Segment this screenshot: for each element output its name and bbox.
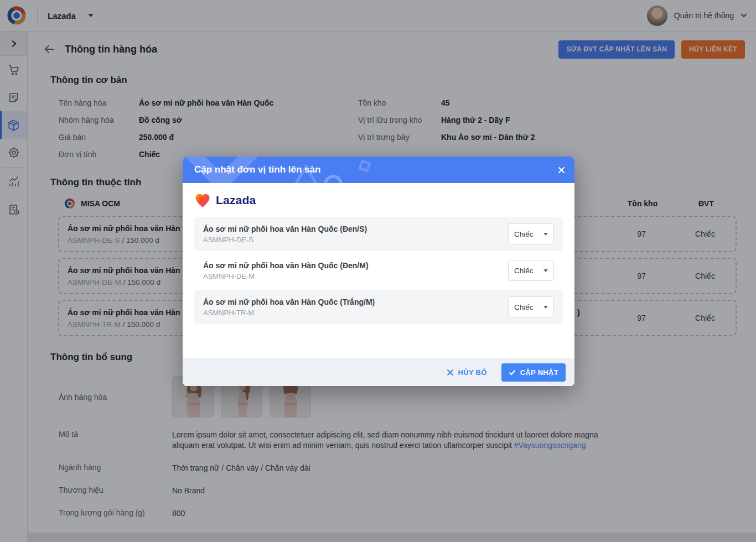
modal-body: Lazada Áo sơ mi nữ phối hoa văn Hàn Quốc…	[183, 183, 574, 324]
item-sku: ASMNPH-DE-S	[203, 236, 508, 244]
unit-select[interactable]: Chiếc	[508, 260, 554, 281]
item-name: Áo sơ mi nữ phối hoa văn Hàn Quốc (Trắng…	[203, 298, 508, 306]
unit-select[interactable]: Chiếc	[508, 223, 554, 244]
cancel-x-icon	[447, 369, 454, 376]
caret-down-icon	[543, 269, 548, 272]
modal-list-item: Áo sơ mi nữ phối hoa văn Hàn Quốc (Trắng…	[194, 290, 563, 324]
check-icon	[509, 369, 516, 376]
lazada-wordmark: Lazada	[216, 194, 256, 207]
lazada-heart-icon	[194, 192, 211, 208]
cancel-label: HỦY BỎ	[458, 368, 487, 377]
modal-close-button[interactable]	[555, 163, 568, 176]
item-sku: ASMNPH-DE-M	[203, 272, 508, 280]
item-name: Áo sơ mi nữ phối hoa văn Hàn Quốc (Đen/M…	[203, 261, 508, 270]
submit-button[interactable]: CẬP NHẬT	[501, 363, 566, 382]
item-name: Áo sơ mi nữ phối hoa văn Hàn Quốc (Đen/S…	[203, 225, 508, 233]
platform-brand: Lazada	[194, 183, 563, 217]
close-icon	[558, 166, 565, 174]
decorative-diamond	[356, 158, 373, 174]
update-unit-modal: Cập nhật đơn vị tính lên sàn	[183, 157, 574, 386]
modal-list-item: Áo sơ mi nữ phối hoa văn Hàn Quốc (Đen/M…	[194, 253, 563, 288]
modal-title: Cập nhật đơn vị tính lên sàn	[194, 164, 320, 175]
modal-footer: HỦY BỎ CẬP NHẬT	[183, 358, 574, 386]
unit-select-value: Chiếc	[514, 267, 534, 275]
modal-header: Cập nhật đơn vị tính lên sàn	[183, 157, 574, 183]
caret-down-icon	[543, 306, 548, 309]
unit-select-value: Chiếc	[514, 230, 534, 238]
caret-down-icon	[543, 233, 548, 236]
unit-select-value: Chiếc	[514, 303, 534, 311]
modal-list-item: Áo sơ mi nữ phối hoa văn Hàn Quốc (Đen/S…	[194, 217, 563, 251]
item-sku: ASMNPH-TR-M	[203, 309, 508, 317]
decorative-circle	[322, 174, 344, 183]
screen: Lazada Quản trị hệ thống	[0, 0, 756, 542]
unit-select[interactable]: Chiếc	[508, 296, 554, 317]
cancel-button[interactable]: HỦY BỎ	[447, 368, 487, 377]
submit-label: CẬP NHẬT	[520, 368, 558, 377]
